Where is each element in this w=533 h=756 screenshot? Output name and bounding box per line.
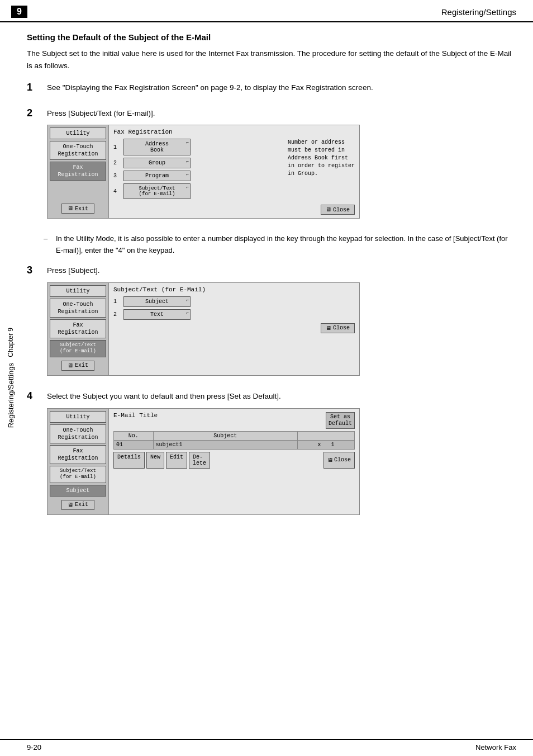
ui-close-btn-1[interactable]: 🖥 Close (321, 205, 355, 215)
page-number: 9 (11, 6, 27, 18)
ui-exit-btn-3[interactable]: 🖥 Exit (61, 500, 94, 510)
step-3-content: Press [Subject]. Utility One-TouchRegist… (47, 264, 516, 382)
delete-btn[interactable]: De-lete (189, 452, 210, 469)
step-3: 3 Press [Subject]. Utility One-TouchRegi… (27, 264, 516, 382)
ui-close-area-2: 🖥 Close (113, 323, 355, 333)
ui-subject-text-btn[interactable]: Subject/Text(for E-mail) (123, 183, 191, 199)
ui-close-area-1: 🖥 Close (113, 205, 355, 215)
ui-item-text: 2 Text (113, 309, 355, 320)
ui-mock-3: Utility One-TouchRegistration Fax Regist… (47, 408, 360, 515)
ui-bottom-buttons: Details New Edit De-lete 🖥 Close (113, 452, 355, 469)
close-btn-3[interactable]: 🖥 Close (323, 452, 355, 469)
ui-one-touch-btn-1[interactable]: One-TouchRegistration (50, 141, 106, 160)
ui-subject-text-nav-btn-3[interactable]: Subject/Text(for E-mail) (50, 466, 106, 483)
table-cell-default-mark: x 1 (298, 440, 355, 449)
step-1-text: See "Displaying the Fax Registration Scr… (47, 82, 516, 94)
ui-mock-2-sidebar: Utility One-TouchRegistration Fax Regist… (47, 283, 109, 375)
table-cell-subject: subject1 (153, 440, 298, 449)
ui-mock-1-title: Fax Registration (113, 129, 355, 135)
main-content: Setting the Default of the Subject of th… (27, 22, 516, 522)
ui-subject-nav-btn[interactable]: Subject (50, 485, 106, 497)
ui-note-text-1: Number or addressmust be stored inAddres… (284, 139, 355, 201)
step-4: 4 Select the Subject you want to default… (27, 390, 516, 522)
ui-program-btn[interactable]: Program (123, 171, 191, 181)
ui-item-subject: 1 Subject (113, 296, 355, 307)
step-2-content: Press [Subject/Text (for E-mail)]. Utili… (47, 107, 516, 226)
step-3-text: Press [Subject]. (47, 264, 516, 277)
ui-utility-btn-2[interactable]: Utility (50, 285, 106, 297)
ui-item-3: 3 Program (113, 171, 280, 181)
ui-utility-btn-3[interactable]: Utility (50, 411, 106, 423)
step-2: 2 Press [Subject/Text (for E-mail)]. Uti… (27, 107, 516, 226)
ui-utility-btn-1[interactable]: Utility (50, 127, 106, 139)
ui-mock-2: Utility One-TouchRegistration Fax Regist… (47, 282, 360, 376)
step-4-number: 4 (27, 390, 47, 402)
footer-page-num: 9-20 (27, 743, 41, 752)
ui-mock-1-main: Fax Registration 1 AddressBook 2 Group (109, 125, 359, 218)
table-header-no: No. (114, 431, 154, 440)
table-header-subject: Subject (153, 431, 298, 440)
ui-subject-text-nav-btn[interactable]: Subject/Text(for E-mail) (50, 340, 106, 357)
footer-section: Network Fax (475, 743, 516, 752)
ui-one-touch-btn-2[interactable]: One-TouchRegistration (50, 299, 106, 318)
ui-item-4: 4 Subject/Text(for E-mail) (113, 183, 280, 199)
section-title: Setting the Default of the Subject of th… (27, 32, 516, 42)
ui-fax-reg-btn-3[interactable]: Fax Registration (50, 445, 106, 464)
ui-fax-reg-btn-2[interactable]: Fax Registration (50, 319, 106, 338)
ui-mock-3-title: E-Mail Title (113, 412, 158, 419)
ui-close-btn-2[interactable]: 🖥 Close (321, 323, 355, 333)
ui-exit-btn-2[interactable]: 🖥 Exit (61, 361, 94, 371)
ui-fax-reg-btn-1[interactable]: Fax Registration (50, 162, 106, 181)
email-title-table: No. Subject 01 subject1 x 1 (113, 431, 355, 450)
new-btn[interactable]: New (146, 452, 164, 469)
page-header: 9 Registering/Settings (0, 0, 533, 22)
step-2-text: Press [Subject/Text (for E-mail)]. (47, 107, 516, 120)
ui-mock-2-title: Subject/Text (for E-Mail) (113, 286, 355, 293)
step-2-number: 2 (27, 107, 47, 119)
ui-mock-2-main: Subject/Text (for E-Mail) 1 Subject 2 Te… (109, 283, 359, 375)
section-description: The Subject set to the initial value her… (27, 48, 516, 72)
bullet-note-text: In the Utility Mode, it is also possible… (56, 233, 516, 257)
sidebar-chapter: Chapter 9 (7, 328, 15, 357)
ui-mock-3-main: E-Mail Title Set asDefault No. Subject (109, 409, 359, 514)
ui-item-1: 1 AddressBook (113, 139, 280, 155)
step-1-content: See "Displaying the Fax Registration Scr… (47, 82, 516, 100)
ui-one-touch-btn-3[interactable]: One-TouchRegistration (50, 424, 106, 443)
step-4-content: Select the Subject you want to default a… (47, 390, 516, 522)
ui-exit-btn-1[interactable]: 🖥 Exit (61, 204, 94, 214)
step-3-number: 3 (27, 264, 47, 276)
details-btn[interactable]: Details (113, 452, 145, 469)
ui-address-book-btn[interactable]: AddressBook (123, 139, 191, 155)
table-row[interactable]: 01 subject1 x 1 (114, 440, 355, 449)
set-as-default-btn[interactable]: Set asDefault (326, 412, 355, 429)
ui-mock-1: Utility One-TouchRegistration Fax Regist… (47, 125, 360, 219)
table-cell-no: 01 (114, 440, 154, 449)
sidebar: Chapter 9 Registering/Settings (0, 22, 21, 734)
step-1: 1 See "Displaying the Fax Registration S… (27, 82, 516, 100)
edit-btn[interactable]: Edit (166, 452, 187, 469)
sidebar-section: Registering/Settings (7, 363, 15, 428)
ui-mock-3-sidebar: Utility One-TouchRegistration Fax Regist… (47, 409, 109, 514)
ui-mock-1-sidebar: Utility One-TouchRegistration Fax Regist… (47, 125, 109, 218)
step-1-number: 1 (27, 82, 47, 93)
bullet-note: – In the Utility Mode, it is also possib… (27, 233, 516, 257)
page-footer: 9-20 Network Fax (0, 739, 533, 756)
step-4-text: Select the Subject you want to default a… (47, 390, 516, 403)
header-title: Registering/Settings (441, 7, 516, 17)
ui-subject-btn[interactable]: Subject (123, 296, 191, 307)
ui-item-2: 2 Group (113, 158, 280, 168)
ui-group-btn[interactable]: Group (123, 158, 191, 168)
table-header-default (298, 431, 355, 440)
ui-text-btn[interactable]: Text (123, 309, 191, 320)
